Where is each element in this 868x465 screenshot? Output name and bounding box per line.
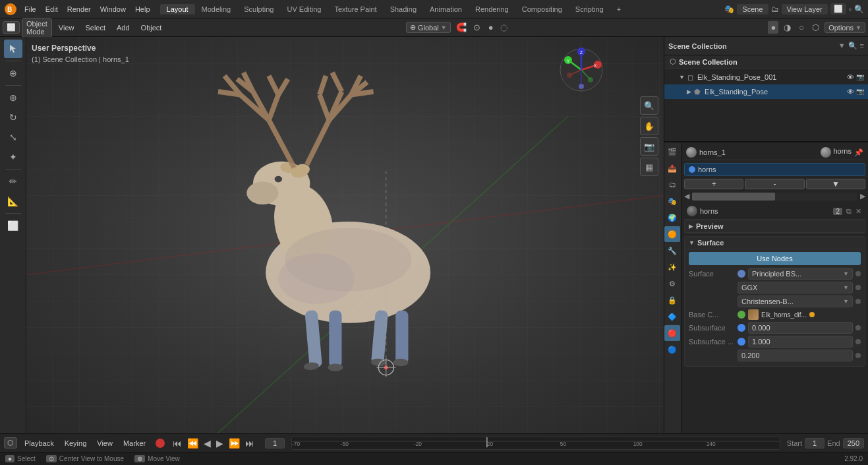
viewport-shading-material[interactable]: ◑: [781, 21, 794, 34]
workspace-tab-compositing[interactable]: Compositing: [515, 4, 569, 15]
surface-shader-dot[interactable]: [855, 271, 861, 276]
workspace-tab-texture[interactable]: Texture Paint: [328, 4, 383, 15]
sheen-dot[interactable]: [855, 299, 861, 304]
surface-shader-dropdown[interactable]: Principled BS... ▼: [748, 268, 853, 280]
camera-btn[interactable]: 📷: [640, 137, 658, 156]
window-maximize-icon[interactable]: ▫: [849, 5, 852, 14]
timeline-keying-menu[interactable]: Keying: [61, 439, 90, 448]
prop-tab-physics[interactable]: ⚙: [664, 276, 680, 292]
viewport-shading-wireframe[interactable]: ⬡: [809, 21, 822, 34]
workspace-tab-sculpting[interactable]: Sculpting: [237, 4, 280, 15]
play-btn[interactable]: ▶: [215, 437, 225, 450]
material-slot-row[interactable]: horns: [684, 163, 865, 176]
workspace-tab-modeling[interactable]: Modeling: [195, 4, 238, 15]
transform-orientation-dropdown[interactable]: ⊕ Global ▼: [406, 22, 451, 33]
prop-tab-render[interactable]: 🎬: [664, 144, 680, 160]
zoom-camera-btn[interactable]: 🔍: [640, 96, 658, 115]
options-dropdown[interactable]: Options ▼: [825, 22, 865, 33]
render-toggle-elk001[interactable]: 📷: [856, 73, 864, 81]
prop-tab-world[interactable]: 🌍: [664, 210, 680, 226]
base-color-dot[interactable]: [809, 312, 815, 317]
view-layer-selector[interactable]: View Layer: [782, 4, 828, 15]
subsurface2-value[interactable]: 1.000: [748, 336, 853, 348]
proportional-edit[interactable]: ⊙: [471, 21, 483, 34]
use-nodes-button[interactable]: Use Nodes: [689, 252, 861, 265]
scene-collection-row[interactable]: ⬡ Scene Collection: [664, 55, 868, 69]
snap-toggle[interactable]: 🧲: [453, 21, 469, 34]
xray-mode[interactable]: ◌: [498, 21, 510, 34]
subsurface3-value[interactable]: 0.200: [738, 350, 853, 361]
visibility-toggle-elk-pose[interactable]: 👁: [847, 88, 854, 96]
menu-window[interactable]: Window: [96, 4, 130, 15]
rotate-tool[interactable]: ↻: [4, 108, 22, 127]
workspace-tab-add[interactable]: +: [610, 4, 627, 15]
current-frame[interactable]: 1: [265, 438, 285, 449]
workspace-tab-animation[interactable]: Animation: [423, 4, 469, 15]
cursor-tool[interactable]: ⊕: [4, 64, 22, 82]
mat-copy-icon[interactable]: ⧉: [845, 206, 853, 216]
remove-material-slot-btn[interactable]: -: [745, 179, 804, 189]
editor-type-icon[interactable]: ⬜: [830, 3, 846, 15]
sheen-dropdown[interactable]: Christensen-B... ▼: [738, 295, 853, 307]
object-mode-dropdown[interactable]: Object Mode: [22, 18, 52, 38]
show-overlays[interactable]: ●: [486, 21, 496, 34]
texture-preview[interactable]: [748, 309, 759, 320]
add-material-slot-btn[interactable]: +: [684, 179, 743, 189]
timeline-scrubber[interactable]: -70 -50 -20 20 50 100 140: [291, 437, 780, 450]
viewport-shading-solid[interactable]: ●: [768, 21, 778, 34]
prop-tab-scene[interactable]: 🎭: [664, 193, 680, 209]
prop-tab-material[interactable]: 🔴: [664, 325, 680, 341]
record-button[interactable]: [156, 439, 165, 448]
timeline-view-menu[interactable]: View: [94, 439, 116, 448]
render-toggle-elk-pose[interactable]: 📷: [856, 88, 864, 96]
material-slot-options-btn[interactable]: ▼: [806, 179, 865, 189]
prop-tab-data[interactable]: 🔷: [664, 309, 680, 325]
outliner-restrict-icon[interactable]: ≡: [860, 42, 864, 50]
prop-tab-object[interactable]: 🟠: [664, 226, 680, 242]
add-menu[interactable]: Add: [112, 22, 134, 33]
prop-tab-view-layer[interactable]: 🗂: [664, 177, 680, 193]
annotate-tool[interactable]: ✏: [4, 172, 22, 191]
editor-type-button[interactable]: ⬜: [3, 21, 20, 34]
add-object-tool[interactable]: ⬜: [4, 216, 22, 235]
jump-start-btn[interactable]: ⏮: [171, 437, 183, 450]
outliner-item-elk001[interactable]: ▼ ◻ Elk_Standing_Pose_001 👁 📷: [664, 70, 868, 84]
workspace-tab-uv[interactable]: UV Editing: [280, 4, 328, 15]
workspace-tab-rendering[interactable]: Rendering: [469, 4, 515, 15]
jump-end-btn[interactable]: ⏭: [244, 437, 256, 450]
mat-unlink-icon[interactable]: ✕: [854, 206, 863, 216]
blender-logo[interactable]: B: [4, 3, 17, 16]
menu-help[interactable]: Help: [130, 4, 155, 15]
prop-tab-constraint[interactable]: 🔒: [664, 292, 680, 308]
select-tool[interactable]: [4, 40, 22, 58]
menu-render[interactable]: Render: [63, 4, 96, 15]
prop-tab-particle[interactable]: ✨: [664, 259, 680, 275]
outliner-item-elk-pose[interactable]: ▶ ⬟ Elk_Standing_Pose 👁 📷: [664, 84, 868, 99]
surface-header[interactable]: ▼ Surface: [685, 237, 865, 249]
move-tool[interactable]: ⊕: [4, 88, 22, 107]
scale-tool[interactable]: ⤡: [4, 128, 22, 146]
next-keyframe-btn[interactable]: ⏩: [227, 437, 241, 450]
menu-file[interactable]: File: [20, 4, 41, 15]
pan-btn[interactable]: ✋: [640, 117, 658, 135]
distribution-dot[interactable]: [855, 285, 861, 290]
workspace-tab-scripting[interactable]: Scripting: [569, 4, 610, 15]
timeline-marker-menu[interactable]: Marker: [120, 439, 149, 448]
prop-tab-shader[interactable]: 🔵: [664, 342, 680, 357]
3d-viewport[interactable]: User Perspective (1) Scene Collection | …: [26, 37, 664, 433]
menu-edit[interactable]: Edit: [41, 4, 63, 15]
prop-tab-output[interactable]: 📤: [664, 160, 680, 176]
nav-right-icon[interactable]: ▶: [860, 192, 865, 201]
viewport-shading-rendered[interactable]: ○: [796, 21, 807, 34]
outliner-filter-icon[interactable]: ▼: [838, 42, 846, 50]
outliner-search-icon[interactable]: 🔍: [848, 42, 857, 50]
orthographic-btn[interactable]: ▦: [640, 158, 658, 176]
subsurface-dot[interactable]: [855, 325, 861, 330]
subsurface-value[interactable]: 0.000: [748, 322, 853, 334]
prev-keyframe-btn[interactable]: ⏪: [186, 437, 200, 450]
workspace-tab-shading[interactable]: Shading: [384, 4, 423, 15]
transform-tool[interactable]: ✦: [4, 148, 22, 166]
frame-start-value[interactable]: 1: [805, 438, 825, 449]
mat-pin-icon[interactable]: 📌: [854, 148, 863, 157]
distribution-dropdown[interactable]: GGX ▼: [738, 282, 853, 294]
